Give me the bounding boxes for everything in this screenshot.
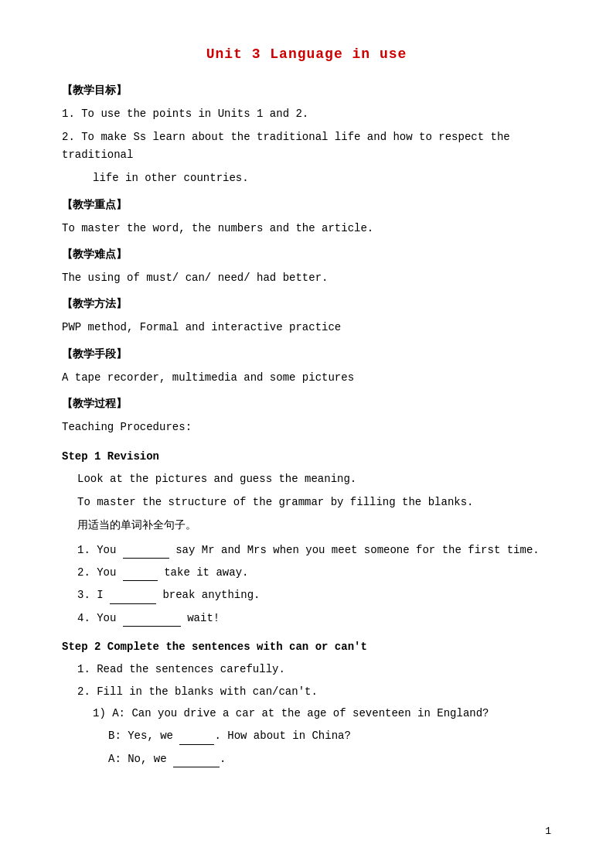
step1-line3: 用适当的单词补全句子。	[62, 517, 551, 534]
step1-line1: Look at the pictures and guess the meani…	[62, 470, 551, 487]
blank-5	[179, 726, 214, 744]
step2-heading: Step 2 Complete the sentences with can o…	[62, 641, 551, 653]
page-title: Unit 3 Language in use	[62, 46, 551, 62]
teaching-difficult-content: The using of must/ can/ need/ had better…	[62, 269, 551, 286]
section-teaching-method-heading: 【教学方法】	[62, 297, 551, 311]
teaching-procedures-label: Teaching Procedures:	[62, 419, 551, 436]
step1-line2: To master the structure of the grammar b…	[62, 494, 551, 511]
step2-instruction1: 1. Read the sentences carefully.	[62, 661, 551, 678]
teaching-goal-2: 2. To make Ss learn about the traditiona…	[62, 128, 551, 163]
section-teaching-process-heading: 【教学过程】	[62, 397, 551, 411]
blank-6	[173, 750, 220, 767]
blank-4	[123, 609, 181, 627]
step2-sub1-label: 1) A: Can you drive a car at the age of …	[62, 705, 551, 722]
section-teaching-difficult-heading: 【教学难点】	[62, 248, 551, 261]
step2-sub1-answer-a: A: No, we .	[62, 750, 551, 767]
blank-3	[110, 586, 156, 603]
step2-sub1-answer-b: B: Yes, we . How about in China?	[62, 726, 551, 744]
teaching-goal-2-cont: life in other countries.	[62, 169, 551, 186]
section-teaching-tools-heading: 【教学手段】	[62, 347, 551, 361]
step1-item3: 3. I break anything.	[62, 586, 551, 603]
step1-item1: 1. You say Mr and Mrs when you meet some…	[62, 541, 551, 559]
section-teaching-key-heading: 【教学重点】	[62, 198, 551, 212]
step1-item4: 4. You wait!	[62, 609, 551, 627]
teaching-goal-1: 1. To use the points in Units 1 and 2.	[62, 105, 551, 122]
section-teaching-goals-heading: 【教学目标】	[62, 84, 551, 97]
blank-1	[123, 541, 169, 559]
teaching-tools-content: A tape recorder, multimedia and some pic…	[62, 369, 551, 386]
teaching-method-content: PWP method, Formal and interactive pract…	[62, 319, 551, 336]
page-number: 1	[545, 825, 551, 837]
teaching-key-content: To master the word, the numbers and the …	[62, 220, 551, 237]
blank-2	[123, 563, 158, 581]
step2-instruction2: 2. Fill in the blanks with can/can't.	[62, 683, 551, 700]
step1-heading: Step 1 Revision	[62, 450, 551, 463]
step1-item2: 2. You take it away.	[62, 563, 551, 581]
